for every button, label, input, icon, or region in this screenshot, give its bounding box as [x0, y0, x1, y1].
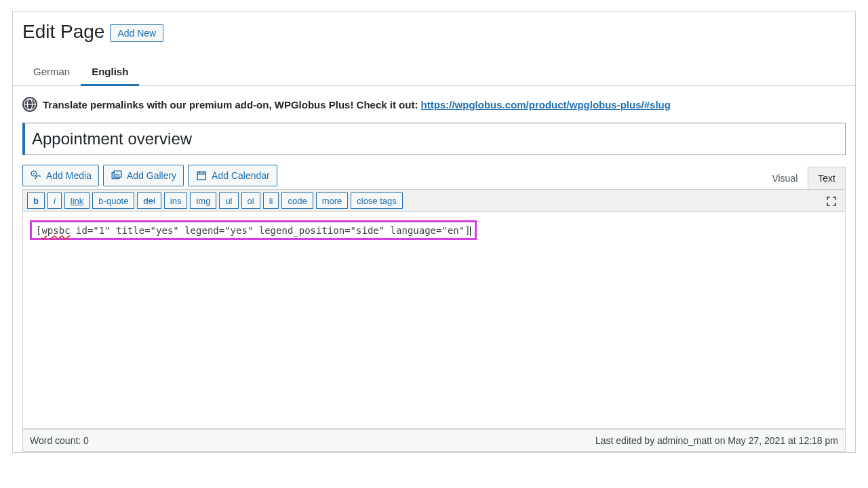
- language-tabs: German English: [13, 48, 855, 86]
- text-cursor: [470, 226, 471, 236]
- fullscreen-icon: [825, 195, 837, 207]
- tab-english[interactable]: English: [81, 59, 139, 86]
- promo-banner: Translate permalinks with our premium ad…: [13, 86, 855, 123]
- add-new-button[interactable]: Add New: [110, 24, 163, 42]
- qt-italic-button[interactable]: i: [47, 192, 62, 209]
- add-media-label: Add Media: [46, 170, 92, 181]
- svg-rect-8: [197, 172, 205, 180]
- tab-german[interactable]: German: [22, 59, 81, 86]
- editor-media-buttons: Add Media Add Gallery Add Calendar: [22, 165, 277, 189]
- qt-close-tags-button[interactable]: close tags: [351, 192, 403, 209]
- add-gallery-button[interactable]: Add Gallery: [103, 165, 184, 186]
- title-input-wrap: [22, 123, 846, 155]
- svg-rect-7: [114, 171, 121, 177]
- mode-tab-text[interactable]: Text: [808, 167, 846, 190]
- qt-bquote-button[interactable]: b-quote: [92, 192, 134, 209]
- editor-mode-tabs: Visual Text: [762, 167, 846, 189]
- add-gallery-label: Add Gallery: [127, 170, 176, 181]
- editor-top-row: Add Media Add Gallery Add Calendar Visua…: [22, 165, 846, 189]
- qt-img-button[interactable]: img: [190, 192, 216, 209]
- content-textarea[interactable]: [wpsbc id="1" title="yes" legend="yes" l…: [22, 212, 846, 429]
- page-title: Edit Page: [22, 21, 104, 43]
- word-count: Word count: 0: [30, 435, 89, 446]
- editor-status-bar: Word count: 0 Last edited by admino_matt…: [22, 429, 846, 452]
- qt-del-button[interactable]: del: [137, 192, 161, 209]
- mode-tab-visual[interactable]: Visual: [762, 167, 808, 189]
- content-rest: id="1" title="yes" legend="yes" legend_p…: [71, 225, 471, 236]
- shortcode-highlight: [wpsbc id="1" title="yes" legend="yes" l…: [30, 220, 477, 240]
- qt-ins-button[interactable]: ins: [164, 192, 188, 209]
- last-edited: Last edited by admino_matt on May 27, 20…: [595, 435, 838, 446]
- svg-point-5: [33, 173, 35, 174]
- content-spell-word: wpsbc: [41, 225, 70, 236]
- qt-ol-button[interactable]: ol: [241, 192, 260, 209]
- qt-bold-button[interactable]: b: [27, 192, 45, 209]
- page-container: Edit Page Add New German English Transla…: [12, 11, 856, 453]
- add-calendar-label: Add Calendar: [212, 170, 270, 181]
- media-icon: [30, 169, 42, 182]
- header-row: Edit Page Add New: [13, 12, 855, 48]
- editor-wrap: Add Media Add Gallery Add Calendar Visua…: [22, 165, 846, 429]
- page-title-input[interactable]: [22, 123, 846, 155]
- qt-link-button[interactable]: link: [64, 192, 90, 209]
- gallery-icon: [111, 169, 123, 182]
- calendar-icon: [195, 169, 208, 182]
- quicktags-toolbar: b i link b-quote del ins img ul ol li co…: [22, 189, 846, 212]
- promo-text: Translate permalinks with our premium ad…: [43, 99, 421, 110]
- qt-more-button[interactable]: more: [316, 192, 349, 209]
- promo-link[interactable]: https://wpglobus.com/product/wpglobus-pl…: [421, 99, 671, 110]
- qt-li-button[interactable]: li: [263, 192, 279, 209]
- globe-icon: [22, 97, 37, 112]
- qt-ul-button[interactable]: ul: [219, 192, 238, 209]
- qt-code-button[interactable]: code: [281, 192, 313, 209]
- add-media-button[interactable]: Add Media: [22, 165, 99, 186]
- add-calendar-button[interactable]: Add Calendar: [188, 165, 277, 186]
- fullscreen-toggle-button[interactable]: [823, 193, 840, 209]
